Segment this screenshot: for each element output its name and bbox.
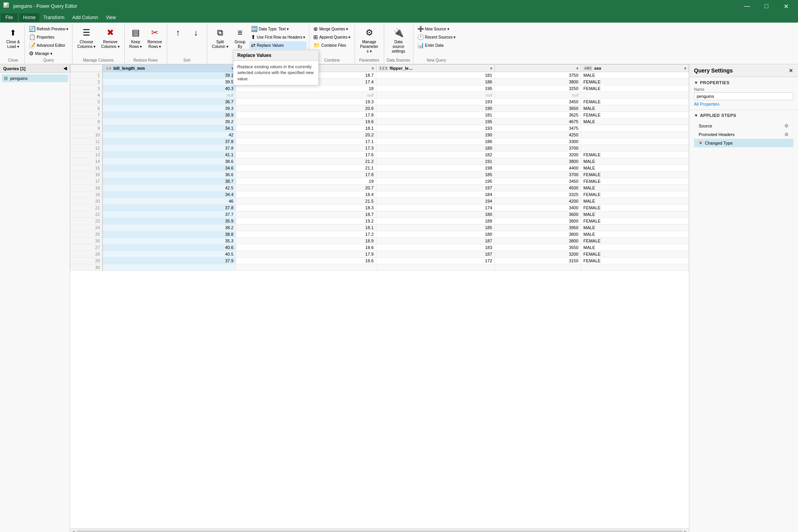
table-row[interactable]: 1934.418.41843325FEMALE [71,191,689,198]
body-mass-filter-btn[interactable]: ▾ [576,66,578,71]
sex-filter-btn[interactable]: ▾ [684,66,686,71]
remove-columns-button[interactable]: ✖ RemoveColumns ▾ [99,25,122,51]
table-row[interactable]: 2237.718.71803600MALE [71,211,689,218]
table-row[interactable]: 738.917.81813625FEMALE [71,112,689,118]
minimize-button[interactable]: — [738,0,756,12]
data-grid-container[interactable]: 1.2 bill_length_mm ▾ 1.2 bill_depth_mm ▾ [70,64,689,528]
table-row[interactable]: 1738.7191953450FEMALE [71,178,689,185]
table-row[interactable]: 1842.520.71974500MALE [71,185,689,191]
table-row[interactable]: 2840.517.91873200FEMALE [71,251,689,258]
table-row[interactable]: 934.118.11933475 [71,125,689,132]
combine-files-button[interactable]: 📁 Combine Files [312,41,352,49]
flipper-length-type-icon: 1 2 3 [379,66,388,71]
merge-queries-button[interactable]: ⊕ Merge Queries ▾ [312,25,352,33]
applied-steps-collapse-icon[interactable]: ▼ [694,113,698,118]
manage-button[interactable]: ⚙ Manage ▾ [27,49,70,57]
flipper-length-filter-btn[interactable]: ▾ [490,66,492,71]
table-row[interactable]: 2538.817.21803800MALE [71,231,689,238]
sort-asc-button[interactable]: ↑ [169,25,187,41]
window-controls: — □ ✕ [738,0,795,12]
refresh-preview-button[interactable]: 🔄 Refresh Preview ▾ [27,25,70,33]
enter-data-button[interactable]: 📊 Enter Data [416,41,457,49]
close-load-button[interactable]: ⬆ Close &Load ▾ [4,25,22,51]
properties-collapse-icon[interactable]: ▼ [694,80,698,85]
name-input[interactable] [694,92,793,100]
table-row[interactable]: 2635.318.91873800FEMALE [71,238,689,244]
manage-parameters-button[interactable]: ⚙ ManageParameters ▾ [357,25,381,55]
table-row[interactable]: 839.219.61954675MALE [71,118,689,125]
advanced-editor-button[interactable]: 📝 Advanced Editor [27,41,70,49]
new-source-button[interactable]: ➕ New Source ▾ [416,25,457,33]
table-row[interactable]: 1341.117.61823200FEMALE [71,152,689,158]
step-promoted-headers[interactable]: Promoted Headers ⚙ [694,130,793,139]
sort-desc-button[interactable]: ↓ [187,25,205,41]
split-column-button[interactable]: ⧉ SplitColumn ▾ [210,25,231,51]
view-menu[interactable]: View [102,13,120,22]
table-row[interactable]: 30 [71,264,689,271]
row-num-cell: 8 [71,118,103,125]
refresh-label: Refresh Preview ▾ [37,27,68,31]
table-row[interactable]: 2335.919.21893800FEMALE [71,218,689,224]
replace-values-button[interactable]: ⇄ Replace Values [249,41,307,49]
table-row[interactable]: 340.3181953250FEMALE [71,85,689,92]
file-menu[interactable]: File [1,13,18,22]
header-body-mass[interactable]: ▾ [495,65,581,72]
table-row[interactable]: 1237.817.31803700 [71,145,689,152]
header-bill-length[interactable]: 1.2 bill_length_mm ▾ [102,65,236,72]
bill-depth-cell: 20.7 [236,185,376,191]
data-type-button[interactable]: 🔤 Data Type: Text ▾ [249,25,307,33]
data-grid-body: 139.118.71813750MALE239.517.41863800FEMA… [71,72,689,271]
use-first-row-button[interactable]: ⬆ Use First Row as Headers ▾ [249,33,307,41]
maximize-button[interactable]: □ [757,0,775,12]
header-flipper-length[interactable]: 1 2 3 flipper_le… ▾ [376,65,494,72]
step-changed-type-x[interactable]: ✕ [699,140,703,146]
horizontal-scrollbar[interactable]: ◀ ▶ [70,528,689,532]
properties-button[interactable]: 📋 Properties [27,33,70,41]
table-row[interactable]: 2438.218.11853950MALE [71,224,689,231]
query-table-icon: ⊞ [4,76,8,81]
table-row[interactable]: 1534.621.11984400MALE [71,165,689,171]
remove-rows-button[interactable]: ✂ RemoveRows ▾ [145,25,164,51]
step-promoted-headers-gear[interactable]: ⚙ [784,132,789,137]
keep-rows-button[interactable]: ▤ KeepRows ▾ [127,25,145,51]
table-row[interactable]: 4nullnullnullnull [71,92,689,99]
transform-menu[interactable]: Transform [39,13,68,22]
recent-sources-button[interactable]: 🕐 Recent Sources ▾ [416,33,457,41]
sex-cell: MALE [581,198,689,205]
table-row[interactable]: 1137.817.11863300 [71,138,689,145]
settings-close-icon[interactable]: ✕ [789,67,793,74]
table-row[interactable]: 536.719.31933450FEMALE [71,99,689,105]
step-source[interactable]: Source ⚙ [694,122,793,130]
query-item-penguins[interactable]: ⊞ penguins [2,74,68,82]
query-settings-panel: Query Settings ✕ ▼ PROPERTIES Name All P… [689,64,798,532]
choose-columns-button[interactable]: ☰ ChooseColumns ▾ [75,25,98,51]
table-row[interactable]: 139.118.71813750MALE [71,72,689,79]
header-sex[interactable]: ABC sex ▾ [581,65,689,72]
group-by-button[interactable]: ≡ GroupBy [231,25,249,51]
table-row[interactable]: 2740.618.61833550MALE [71,244,689,251]
queries-collapse-icon[interactable]: ◀ [64,66,67,71]
table-row[interactable]: 239.517.41863800FEMALE [71,79,689,85]
ribbon-col-query: 🔄 Refresh Preview ▾ 📋 Properties 📝 Advan… [27,25,70,57]
step-source-gear[interactable]: ⚙ [784,123,789,129]
all-properties-link[interactable]: All Properties [694,102,719,106]
table-row[interactable]: 2137.818.31743400FEMALE [71,205,689,211]
table-row[interactable]: 639.320.61903650MALE [71,105,689,112]
table-row[interactable]: 204621.51944200MALE [71,198,689,205]
settings-header: Query Settings ✕ [689,64,798,77]
add-column-menu[interactable]: Add Column [69,13,102,22]
bill-length-col-label: bill_length_mm [113,66,145,71]
data-source-settings-button[interactable]: 🔌 Data sourcesettings [387,25,411,55]
bill-length-cell: 36.6 [102,171,236,178]
bill-depth-filter-btn[interactable]: ▾ [372,66,374,71]
append-queries-button[interactable]: ⊞ Append Queries ▾ [312,33,352,41]
step-changed-type[interactable]: ✕ Changed Type [694,139,793,147]
flipper-length-cell: 184 [376,191,494,198]
table-row[interactable]: 104220.21904250 [71,132,689,138]
flipper-length-cell: 195 [376,85,494,92]
close-button[interactable]: ✕ [777,0,795,12]
home-menu[interactable]: Home [19,13,39,22]
table-row[interactable]: 1438.621.21913800MALE [71,158,689,165]
table-row[interactable]: 1636.617.81853700FEMALE [71,171,689,178]
table-row[interactable]: 2937.918.61723150FEMALE [71,258,689,264]
